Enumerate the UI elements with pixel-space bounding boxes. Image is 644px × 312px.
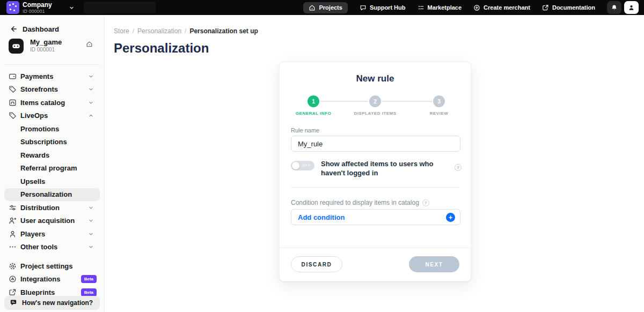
project-id: ID 000001 bbox=[30, 47, 55, 53]
discard-button[interactable]: DISCARD bbox=[291, 256, 342, 272]
project-name: My_game bbox=[30, 38, 62, 46]
home-icon bbox=[309, 4, 316, 11]
condition-label-text: Condition required to display items in c… bbox=[291, 199, 419, 206]
sidebar-item-other-tools[interactable]: Other tools bbox=[0, 241, 104, 254]
beta-badge: Beta bbox=[81, 288, 97, 296]
user-icon bbox=[628, 4, 635, 11]
step-1-circle: 1 bbox=[308, 95, 319, 107]
sidebar-item-user-acquisition[interactable]: User acquisition bbox=[0, 214, 104, 228]
chat-icon bbox=[360, 4, 367, 11]
sidebar-item-referral-program[interactable]: Referral program bbox=[0, 162, 104, 175]
breadcrumb-current: Personalization set up bbox=[189, 27, 258, 35]
item-label: Distribution bbox=[20, 204, 60, 212]
rule-name-input[interactable] bbox=[291, 136, 460, 152]
topbar-placeholder bbox=[84, 2, 156, 13]
documentation-button[interactable]: Documentation bbox=[542, 4, 595, 11]
support-hub-label: Support Hub bbox=[370, 4, 406, 11]
sidebar-item-promotions[interactable]: Promotions bbox=[0, 122, 104, 136]
user-icon bbox=[9, 230, 17, 238]
back-label: Dashboard bbox=[23, 25, 59, 33]
question-icon[interactable]: ? bbox=[422, 199, 429, 206]
item-label: LiveOps bbox=[20, 112, 48, 120]
notifications-button[interactable] bbox=[607, 1, 621, 14]
sidebar-item-subscriptions[interactable]: Subscriptions bbox=[0, 136, 104, 149]
create-merchant-button[interactable]: Create merchant bbox=[473, 4, 530, 11]
project-switcher[interactable]: My_game ID 000001 bbox=[0, 38, 104, 61]
item-label: User acquisition bbox=[20, 217, 75, 225]
sidebar-item-items-catalog[interactable]: Items catalog bbox=[0, 96, 104, 109]
gear-icon bbox=[9, 262, 17, 270]
add-condition-label: Add condition bbox=[291, 213, 345, 221]
toggle-description: Show affected items to users who haven't… bbox=[321, 159, 452, 177]
step-3-label: REVIEW bbox=[430, 111, 449, 116]
modal-footer-divider bbox=[280, 248, 471, 248]
back-arrow-icon bbox=[10, 25, 17, 33]
company-name: Company bbox=[23, 2, 52, 9]
chevron-down-icon bbox=[88, 218, 94, 224]
support-hub-button[interactable]: Support Hub bbox=[360, 4, 406, 11]
card-icon bbox=[9, 72, 17, 80]
topbar-tiles bbox=[607, 1, 639, 14]
new-rule-modal: New rule 1 2 3 GENERAL INFO DISPLAYED IT… bbox=[279, 62, 471, 281]
sidebar-item-payments[interactable]: Payments bbox=[0, 70, 104, 83]
promo-label: How's new navigation? bbox=[22, 299, 93, 307]
integrations-icon bbox=[9, 275, 17, 283]
storefront-list-icon bbox=[418, 4, 425, 11]
projects-button[interactable]: Projects bbox=[303, 2, 347, 13]
question-icon[interactable]: ? bbox=[455, 164, 462, 171]
breadcrumb-store[interactable]: Store bbox=[114, 27, 129, 35]
step-2-circle: 2 bbox=[369, 95, 381, 107]
show-items-toggle[interactable]: OFF bbox=[291, 161, 314, 170]
whats-new-navigation-banner[interactable]: How's new navigation? bbox=[4, 296, 100, 310]
plus-circle-icon: + bbox=[446, 213, 455, 222]
next-button[interactable]: NEXT bbox=[409, 256, 459, 272]
sidebar-item-liveops[interactable]: LiveOps bbox=[0, 109, 104, 123]
chevron-down-icon bbox=[88, 231, 94, 237]
sidebar-item-distribution[interactable]: Distribution bbox=[0, 201, 104, 214]
topbar-nav: Projects Support Hub Marketplace Create … bbox=[303, 0, 639, 15]
home-icon[interactable] bbox=[86, 41, 93, 48]
company-id: ID 000001 bbox=[23, 9, 52, 14]
step-2-label: DISPLAYED ITEMS bbox=[354, 111, 396, 116]
projects-label: Projects bbox=[319, 4, 342, 11]
speech-bubble-icon bbox=[10, 299, 17, 307]
item-label: Items catalog bbox=[20, 99, 65, 107]
gamepad-icon bbox=[9, 39, 24, 54]
breadcrumb-personalization[interactable]: Personalization bbox=[137, 27, 181, 35]
item-label: Project settings bbox=[20, 262, 73, 270]
tag-icon bbox=[9, 85, 17, 93]
sidebar-item-players[interactable]: Players bbox=[0, 227, 104, 241]
sidebar-item-integrations[interactable]: Integrations Beta bbox=[0, 273, 104, 286]
documentation-label: Documentation bbox=[552, 4, 595, 11]
sidebar-item-rewards[interactable]: Rewards bbox=[0, 148, 104, 162]
breadcrumb: Store / Personalization / Personalizatio… bbox=[114, 27, 258, 35]
item-label: Referral program bbox=[20, 164, 77, 172]
plus-circle-icon bbox=[473, 4, 480, 11]
bell-icon bbox=[611, 4, 618, 11]
tag-icon bbox=[9, 112, 17, 120]
back-to-dashboard[interactable]: Dashboard bbox=[0, 15, 104, 34]
step-connector bbox=[382, 101, 432, 102]
sliders-icon bbox=[9, 204, 17, 212]
add-condition-button[interactable]: Add condition + bbox=[291, 209, 460, 225]
item-label: Personalization bbox=[20, 190, 72, 198]
company-selector[interactable]: Company ID 000001 bbox=[23, 2, 52, 14]
condition-section-label: Condition required to display items in c… bbox=[291, 199, 429, 206]
account-button[interactable] bbox=[624, 1, 639, 14]
sidebar-item-upsells[interactable]: Upsells bbox=[0, 175, 104, 188]
item-label: Players bbox=[20, 230, 45, 238]
create-merchant-label: Create merchant bbox=[484, 4, 530, 11]
item-label: Blueprints bbox=[20, 288, 55, 296]
sidebar-item-personalization[interactable]: Personalization bbox=[4, 188, 100, 202]
marketplace-button[interactable]: Marketplace bbox=[418, 4, 462, 11]
chevron-down-icon[interactable] bbox=[69, 5, 75, 11]
item-label: Promotions bbox=[20, 125, 59, 133]
company-logo[interactable] bbox=[6, 1, 19, 14]
sidebar-item-project-settings[interactable]: Project settings bbox=[0, 259, 104, 273]
chevron-down-icon bbox=[88, 100, 94, 106]
item-label: Storefronts bbox=[20, 85, 58, 93]
modal-title: New rule bbox=[280, 73, 471, 84]
sidebar-item-storefronts[interactable]: Storefronts bbox=[0, 83, 104, 96]
top-bar: Company ID 000001 Projects Support Hub bbox=[0, 0, 644, 15]
user-plus-icon bbox=[9, 217, 17, 225]
